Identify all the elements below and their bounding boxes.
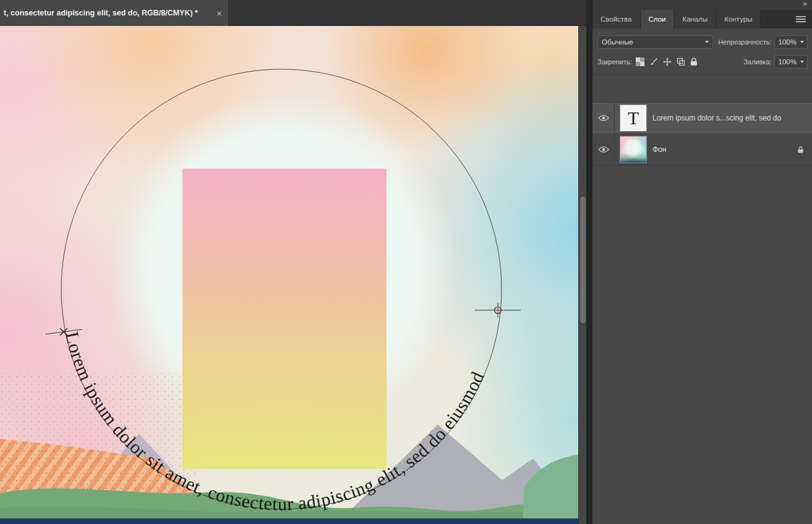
lock-artboard-icon[interactable]	[677, 57, 685, 66]
tab-channels[interactable]: Каналы	[674, 10, 716, 28]
lock-icons-group	[636, 57, 698, 66]
hamburger-icon	[796, 15, 806, 23]
fill-value: 100%	[779, 58, 797, 66]
tab-layers[interactable]: Слои	[641, 10, 675, 28]
opacity-value: 100%	[779, 38, 797, 46]
chevron-down-icon	[800, 61, 804, 63]
lock-transparency-icon[interactable]	[636, 57, 644, 66]
blend-mode-value: Обычные	[602, 38, 633, 46]
lock-icon	[797, 146, 804, 154]
panel-divider	[586, 0, 592, 524]
eye-icon	[598, 146, 609, 153]
fill-input[interactable]: 100%	[774, 55, 808, 69]
opacity-input[interactable]: 100%	[774, 35, 808, 49]
photoshop-window: t, consectetur adipiscing elit, sed do, …	[0, 0, 812, 524]
panel-separator	[592, 74, 812, 75]
panel-tab-strip: Свойства Слои Каналы Контуры	[592, 10, 812, 28]
chevron-down-icon	[800, 41, 804, 43]
lock-position-icon[interactable]	[663, 57, 672, 66]
visibility-toggle[interactable]	[592, 134, 615, 165]
layer-list: T Lorem ipsum dolor s...scing elit, sed …	[592, 102, 812, 166]
layer-name: Lorem ipsum dolor s...scing elit, sed do	[652, 114, 812, 122]
layer-name: Фон	[652, 145, 797, 154]
blend-options-row: Обычные Непрозрачность: 100%	[597, 35, 808, 49]
text-layer-thumbnail[interactable]: T	[620, 104, 647, 132]
visibility-toggle[interactable]	[592, 103, 615, 133]
panel-chrome-top: »	[592, 0, 812, 10]
lock-label: Закрепить:	[597, 58, 632, 66]
eye-icon	[598, 114, 609, 122]
document-tab-title: t, consectetur adipiscing elit, sed do, …	[4, 9, 212, 17]
svg-text:Lorem ipsum dolor sit amet, co: Lorem ipsum dolor sit amet, consectetur …	[62, 330, 488, 514]
panel-menu-icon[interactable]	[796, 15, 806, 23]
document-tab-close-icon[interactable]: ×	[216, 8, 222, 19]
tab-properties[interactable]: Свойства	[592, 10, 641, 28]
lock-brush-icon[interactable]	[649, 57, 658, 66]
canvas-vertical-scrollbar[interactable]	[578, 26, 586, 524]
document-tab[interactable]: t, consectetur adipiscing elit, sed do, …	[0, 0, 229, 26]
layer-row-text[interactable]: T Lorem ipsum dolor s...scing elit, sed …	[592, 103, 812, 134]
path-end-anchor[interactable]	[475, 303, 521, 318]
opacity-label: Непрозрачность:	[718, 38, 771, 46]
text-path-overlay: Lorem ipsum dolor sit amet, consectetur …	[0, 26, 578, 524]
layer-row-background[interactable]: Фон	[592, 134, 812, 166]
scrollbar-thumb[interactable]	[580, 196, 586, 323]
blend-mode-select[interactable]: Обычные	[597, 35, 713, 49]
chevron-down-icon	[705, 41, 709, 43]
document-canvas[interactable]: Lorem ipsum dolor sit amet, consectetur …	[0, 26, 578, 524]
tab-paths[interactable]: Контуры	[716, 10, 761, 28]
lock-options-row: Закрепить: Заливка:	[597, 54, 808, 69]
collapse-panels-icon[interactable]: »	[803, 0, 806, 8]
lock-all-icon[interactable]	[690, 57, 698, 66]
fill-label: Заливка:	[743, 58, 771, 66]
document-tab-bar: t, consectetur adipiscing elit, sed do, …	[0, 0, 586, 26]
path-text[interactable]: Lorem ipsum dolor sit amet, consectetur …	[62, 330, 488, 514]
text-thumbnail-letter: T	[628, 108, 639, 129]
background-layer-thumbnail[interactable]	[620, 136, 647, 163]
layers-panel: » Свойства Слои Каналы Контуры Обычные Н…	[592, 0, 812, 524]
